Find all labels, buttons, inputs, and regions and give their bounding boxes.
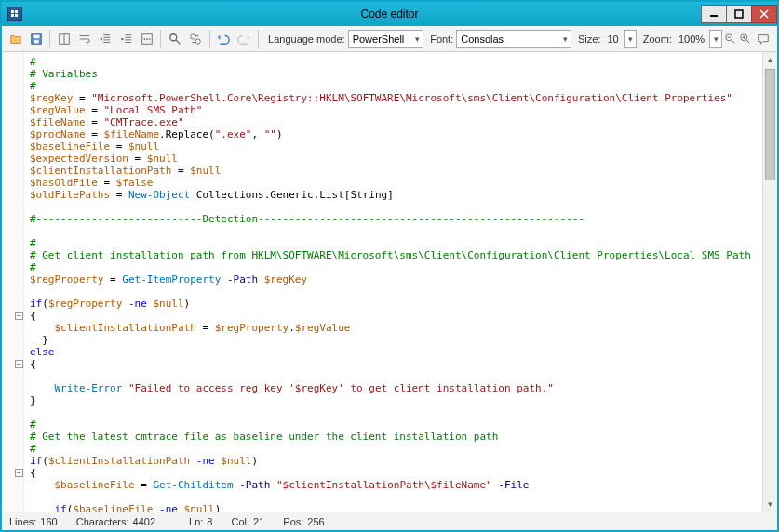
font-combo[interactable]: Consolas (456, 30, 571, 48)
svg-point-15 (143, 38, 145, 40)
zoom-value: 100% (675, 33, 708, 45)
svg-line-23 (732, 39, 735, 43)
status-bar: Lines: 160 Characters: 4402 Ln: 8 Col: 2… (2, 512, 777, 530)
indent-button[interactable] (116, 29, 136, 49)
col-label: Col: (231, 516, 249, 527)
feedback-button[interactable] (754, 29, 773, 49)
size-combo[interactable] (624, 30, 637, 48)
lines-label: Lines: (9, 516, 36, 527)
word-wrap-button[interactable] (75, 29, 95, 49)
zoom-label: Zoom: (643, 33, 672, 45)
scroll-up-arrow[interactable]: ▲ (763, 52, 777, 67)
svg-rect-2 (15, 10, 18, 13)
scroll-down-arrow[interactable]: ▼ (763, 497, 777, 512)
svg-point-21 (195, 39, 200, 44)
zoom-combo[interactable] (709, 30, 722, 48)
toolbar: Language mode: PowerShell Font: Consolas… (2, 26, 777, 52)
replace-button[interactable] (186, 29, 206, 49)
svg-point-20 (191, 33, 195, 38)
ln-label: Ln: (189, 516, 203, 527)
svg-rect-4 (15, 14, 18, 17)
svg-rect-10 (33, 34, 39, 38)
ln-value: 8 (207, 516, 212, 527)
outdent-button[interactable] (96, 29, 115, 49)
svg-rect-6 (735, 10, 743, 18)
fold-toggle[interactable]: − (15, 469, 23, 477)
font-label: Font: (430, 33, 453, 45)
vertical-scrollbar[interactable]: ▲ ▼ (762, 52, 777, 512)
size-label: Size: (578, 33, 600, 45)
window-title: Code editor (360, 7, 418, 20)
chars-value: 4402 (133, 516, 155, 527)
toggle-whitespace-button[interactable] (137, 29, 156, 49)
chars-label: Characters: (76, 516, 129, 527)
pos-label: Pos: (283, 516, 303, 527)
title-bar: Code editor (2, 2, 777, 26)
col-value: 21 (253, 516, 264, 527)
zoom-in-button[interactable] (738, 32, 752, 47)
save-button[interactable] (26, 29, 46, 49)
lines-value: 160 (40, 516, 57, 527)
svg-rect-1 (11, 10, 14, 13)
code-editor[interactable]: ## Varialbes#$regKey = "Microsoft.PowerS… (24, 52, 762, 512)
size-value: 10 (603, 33, 622, 45)
find-button[interactable] (165, 29, 184, 49)
maximize-button[interactable] (726, 5, 752, 23)
redo-button[interactable] (235, 29, 254, 49)
open-file-button[interactable] (6, 29, 25, 49)
editor-area: −−−−−− ## Varialbes#$regKey = "Microsoft… (2, 52, 777, 512)
language-mode-combo[interactable]: PowerShell (348, 30, 424, 48)
svg-line-26 (746, 39, 750, 43)
scroll-thumb[interactable] (765, 69, 775, 180)
pos-value: 256 (307, 516, 324, 527)
close-button[interactable] (751, 5, 777, 23)
zoom-out-button[interactable] (723, 32, 737, 47)
fold-toggle[interactable]: − (15, 312, 23, 320)
minimize-button[interactable] (701, 5, 727, 23)
undo-button[interactable] (214, 29, 234, 49)
window-controls (702, 5, 777, 23)
gutter: −−−−−− (2, 52, 24, 512)
svg-line-19 (176, 39, 180, 43)
svg-point-18 (170, 33, 177, 40)
language-mode-label: Language mode: (268, 33, 345, 45)
undo-split-button[interactable] (54, 29, 74, 49)
svg-point-17 (149, 38, 151, 40)
app-icon (7, 7, 22, 21)
fold-toggle[interactable]: − (15, 360, 23, 368)
svg-point-16 (146, 38, 148, 40)
svg-rect-3 (11, 14, 14, 17)
svg-rect-11 (34, 39, 38, 43)
